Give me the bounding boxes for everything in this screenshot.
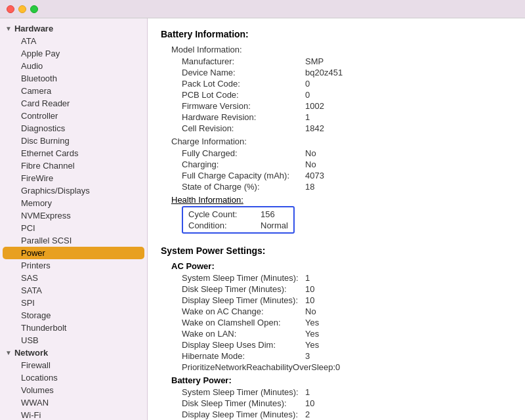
info-value: 3 (305, 351, 310, 361)
sidebar-group-network[interactable]: ▼Network (0, 346, 147, 359)
sidebar-item-wi-fi[interactable]: Wi-Fi (3, 409, 144, 420)
info-label: Wake on Clamshell Open: (161, 318, 305, 327)
sidebar-group-hardware[interactable]: ▼Hardware (0, 22, 147, 35)
info-label: Display Sleep Uses Dim: (161, 340, 305, 350)
table-row: Disk Sleep Timer (Minutes):10 (161, 398, 512, 409)
table-row: Display Sleep Timer (Minutes):2 (161, 409, 512, 420)
sidebar-item-spi[interactable]: SPI (3, 297, 144, 309)
sidebar-item-bluetooth[interactable]: Bluetooth (3, 72, 144, 85)
table-row: Hardware Revision:1 (161, 112, 512, 123)
table-row: Display Sleep Timer (Minutes):10 (161, 295, 512, 306)
sidebar-item-wwan[interactable]: WWAN (3, 396, 144, 409)
info-value: 4073 (305, 171, 324, 180)
maximize-button[interactable] (30, 5, 38, 13)
info-value: Normal (261, 220, 288, 230)
info-label: PrioritizeNetworkReachabilityOverSleep: (161, 362, 335, 372)
sidebar-item-audio[interactable]: Audio (3, 60, 144, 72)
table-row: Fully Charged:No (161, 148, 512, 159)
info-value: No (305, 159, 316, 169)
sidebar-item-card-reader[interactable]: Card Reader (3, 97, 144, 110)
table-row: Wake on Clamshell Open:Yes (161, 317, 512, 328)
info-label: System Sleep Timer (Minutes): (161, 387, 305, 397)
table-row: Firmware Version:1002 (161, 100, 512, 112)
table-row: Pack Lot Code:0 (161, 78, 512, 89)
info-value: 18 (305, 182, 314, 192)
sidebar-item-firewall[interactable]: Firewall (3, 359, 144, 371)
sidebar-item-controller[interactable]: Controller (3, 110, 144, 122)
sidebar-item-sas[interactable]: SAS (3, 272, 144, 284)
table-row: System Sleep Timer (Minutes):1 (161, 387, 512, 398)
table-row: Display Sleep Uses Dim:Yes (161, 339, 512, 350)
info-value: 1842 (305, 123, 324, 133)
sidebar-item-fibre-channel[interactable]: Fibre Channel (3, 159, 144, 172)
main-layout: ▼HardwareATAApple PayAudioBluetoothCamer… (0, 18, 525, 420)
sidebar-item-power[interactable]: Power (3, 247, 144, 259)
sidebar-item-locations[interactable]: Locations (3, 371, 144, 384)
triangle-icon: ▼ (5, 349, 12, 356)
minimize-button[interactable] (18, 5, 26, 13)
sidebar: ▼HardwareATAApple PayAudioBluetoothCamer… (0, 18, 148, 420)
info-value: 10 (305, 295, 314, 305)
close-button[interactable] (7, 5, 14, 13)
sidebar-item-parallel-scsi[interactable]: Parallel SCSI (3, 234, 144, 247)
sidebar-item-camera[interactable]: Camera (3, 85, 144, 97)
sidebar-item-thunderbolt[interactable]: Thunderbolt (3, 322, 144, 334)
info-value: 156 (261, 209, 275, 219)
table-row: PrioritizeNetworkReachabilityOverSleep:0 (161, 362, 512, 373)
info-value: 0 (305, 90, 310, 100)
window-controls (7, 5, 38, 13)
sidebar-item-volumes[interactable]: Volumes (3, 384, 144, 396)
sidebar-group-label: Network (14, 348, 48, 358)
table-row: System Sleep Timer (Minutes):1 (161, 272, 512, 284)
info-label: Pack Lot Code: (161, 79, 305, 89)
info-value: No (305, 306, 316, 316)
info-value: Yes (305, 318, 319, 327)
info-value: bq20z451 (305, 68, 343, 77)
info-value: Yes (305, 329, 319, 339)
sidebar-item-printers[interactable]: Printers (3, 259, 144, 272)
info-label: System Sleep Timer (Minutes): (161, 273, 305, 283)
table-row: Hibernate Mode:3 (161, 350, 512, 362)
sidebar-item-ata[interactable]: ATA (3, 35, 144, 47)
info-label: Firmware Version: (161, 101, 305, 111)
info-label: Hardware Revision: (161, 112, 305, 122)
sidebar-item-graphics-displays[interactable]: Graphics/Displays (3, 184, 144, 197)
sidebar-item-usb[interactable]: USB (3, 334, 144, 346)
info-label: Disk Sleep Timer (Minutes): (161, 398, 305, 408)
sidebar-item-disc-burning[interactable]: Disc Burning (3, 135, 144, 147)
sidebar-item-firewire[interactable]: FireWire (3, 172, 144, 184)
info-value: No (305, 148, 316, 158)
health-box: Cycle Count:156Condition:Normal (182, 206, 295, 234)
ac-power-label: AC Power: (161, 261, 512, 271)
sidebar-item-storage[interactable]: Storage (3, 309, 144, 322)
table-row: Wake on AC Change:No (161, 306, 512, 317)
table-row: Manufacturer:SMP (161, 56, 512, 67)
info-label: Cycle Count: (188, 209, 261, 219)
table-row: Charging:No (161, 159, 512, 170)
sidebar-item-sata[interactable]: SATA (3, 284, 144, 297)
table-row: Full Charge Capacity (mAh):4073 (161, 170, 512, 181)
health-info-label: Health Information: (161, 195, 512, 205)
sidebar-item-nvmexpress[interactable]: NVMExpress (3, 209, 144, 222)
title-bar (0, 0, 525, 18)
sidebar-item-apple-pay[interactable]: Apple Pay (3, 47, 144, 60)
sidebar-item-memory[interactable]: Memory (3, 197, 144, 209)
info-value: 1 (305, 387, 310, 397)
info-label: Hibernate Mode: (161, 351, 305, 361)
triangle-icon: ▼ (5, 25, 12, 32)
info-label: Wake on LAN: (161, 329, 305, 339)
info-label: Wake on AC Change: (161, 306, 305, 316)
info-label: Display Sleep Timer (Minutes): (161, 295, 305, 305)
system-power-title: System Power Settings: (161, 245, 512, 256)
info-value: 0 (335, 362, 340, 372)
info-label: Cell Revision: (161, 123, 305, 133)
table-row: Cell Revision:1842 (161, 123, 512, 134)
info-value: 2 (305, 410, 310, 419)
sidebar-item-diagnostics[interactable]: Diagnostics (3, 122, 144, 135)
table-row: Condition:Normal (188, 220, 288, 231)
info-value: 1002 (305, 101, 324, 111)
sidebar-item-pci[interactable]: PCI (3, 222, 144, 234)
info-label: PCB Lot Code: (161, 90, 305, 100)
info-value: SMP (305, 56, 324, 66)
sidebar-item-ethernet-cards[interactable]: Ethernet Cards (3, 147, 144, 159)
